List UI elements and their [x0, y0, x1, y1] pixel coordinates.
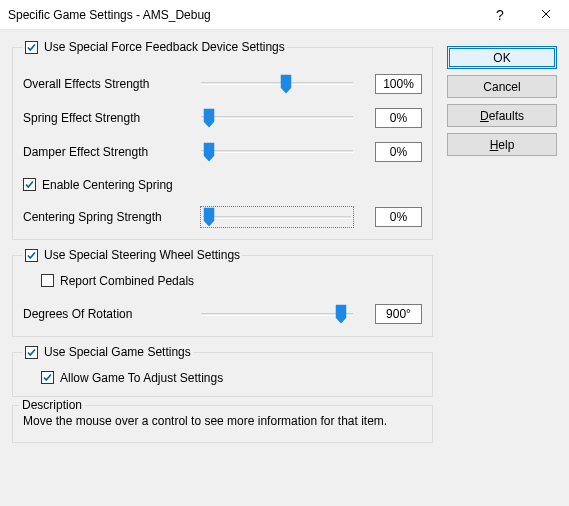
checkbox-icon	[23, 178, 36, 191]
help-button[interactable]: Help	[447, 133, 557, 156]
checkbox-icon	[25, 41, 38, 54]
spring-label: Spring Effect Strength	[23, 111, 193, 125]
damper-slider[interactable]	[201, 142, 353, 162]
centering-label: Centering Spring Strength	[23, 210, 193, 224]
game-group: Use Special Game Settings Allow Game To …	[12, 345, 433, 397]
centering-enable-check[interactable]: Enable Centering Spring	[23, 178, 173, 192]
help-rest: elp	[498, 138, 514, 152]
centering-slider[interactable]	[201, 207, 353, 227]
slider-thumb-icon	[335, 305, 346, 324]
slider-thumb-icon	[203, 208, 214, 227]
game-use-special-check[interactable]: Use Special Game Settings	[25, 345, 191, 359]
cancel-label: Cancel	[483, 80, 520, 94]
checkbox-icon	[25, 346, 38, 359]
damper-label: Damper Effect Strength	[23, 145, 193, 159]
ok-label: OK	[493, 51, 510, 65]
defaults-rest: efaults	[489, 109, 524, 123]
window-title: Specific Game Settings - AMS_Debug	[8, 8, 477, 22]
combined-pedals-label: Report Combined Pedals	[60, 274, 194, 288]
ffb-use-special-label: Use Special Force Feedback Device Settin…	[44, 40, 285, 54]
spring-slider[interactable]	[201, 108, 353, 128]
close-icon	[541, 8, 551, 22]
wheel-use-special-check[interactable]: Use Special Steering Wheel Settings	[25, 248, 240, 262]
defaults-button[interactable]: Defaults	[447, 104, 557, 127]
overall-value: 100%	[375, 74, 422, 94]
wheel-group: Use Special Steering Wheel Settings Repo…	[12, 248, 433, 337]
rotation-label: Degrees Of Rotation	[23, 307, 193, 321]
overall-slider[interactable]	[201, 74, 353, 94]
checkbox-icon	[41, 371, 54, 384]
help-icon: ?	[496, 7, 504, 23]
combined-pedals-check[interactable]: Report Combined Pedals	[41, 274, 194, 288]
rotation-slider[interactable]	[201, 304, 353, 324]
title-bar: Specific Game Settings - AMS_Debug ?	[0, 0, 569, 30]
description-text: Move the mouse over a control to see mor…	[23, 414, 422, 428]
close-button[interactable]	[523, 0, 569, 30]
wheel-use-special-label: Use Special Steering Wheel Settings	[44, 248, 240, 262]
game-use-special-label: Use Special Game Settings	[44, 345, 191, 359]
centering-enable-label: Enable Centering Spring	[42, 178, 173, 192]
ffb-group: Use Special Force Feedback Device Settin…	[12, 40, 433, 240]
help-titlebar-button[interactable]: ?	[477, 0, 523, 30]
checkbox-icon	[41, 274, 54, 287]
allow-adjust-check[interactable]: Allow Game To Adjust Settings	[41, 371, 223, 385]
slider-thumb-icon	[203, 142, 214, 161]
centering-value: 0%	[375, 207, 422, 227]
damper-value: 0%	[375, 142, 422, 162]
ok-button[interactable]: OK	[447, 46, 557, 69]
description-group: Description Move the mouse over a contro…	[12, 405, 433, 443]
overall-label: Overall Effects Strength	[23, 77, 193, 91]
checkbox-icon	[25, 249, 38, 262]
cancel-button[interactable]: Cancel	[447, 75, 557, 98]
slider-thumb-icon	[281, 74, 292, 93]
ffb-use-special-check[interactable]: Use Special Force Feedback Device Settin…	[25, 40, 285, 54]
spring-value: 0%	[375, 108, 422, 128]
rotation-value: 900°	[375, 304, 422, 324]
slider-thumb-icon	[203, 108, 214, 127]
description-legend: Description	[19, 398, 85, 412]
allow-adjust-label: Allow Game To Adjust Settings	[60, 371, 223, 385]
defaults-accel: D	[480, 109, 489, 123]
